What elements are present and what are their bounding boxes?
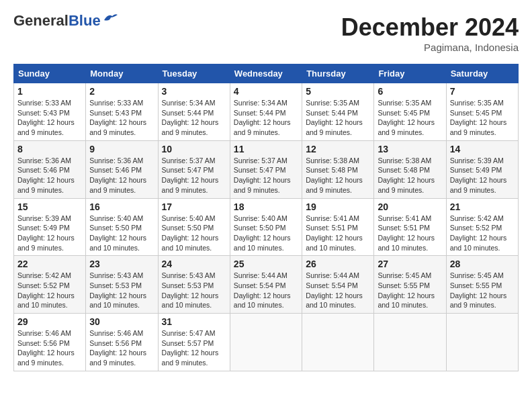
- day-number: 24: [162, 259, 226, 269]
- day-number: 26: [306, 259, 370, 269]
- day-info: Sunrise: 5:36 AMSunset: 5:46 PMDaylight:…: [17, 156, 82, 195]
- day-number: 25: [234, 259, 298, 269]
- day-info: Sunrise: 5:36 AMSunset: 5:46 PMDaylight:…: [89, 156, 154, 195]
- day-info: Sunrise: 5:43 AMSunset: 5:53 PMDaylight:…: [162, 271, 226, 310]
- calendar-cell: 6Sunrise: 5:35 AMSunset: 5:45 PMDaylight…: [374, 83, 446, 141]
- day-number: 18: [234, 201, 298, 212]
- calendar-cell: 19Sunrise: 5:41 AMSunset: 5:51 PMDayligh…: [302, 198, 374, 256]
- day-info: Sunrise: 5:33 AMSunset: 5:43 PMDaylight:…: [17, 98, 82, 138]
- day-number: 7: [450, 86, 515, 97]
- calendar-week-row: 15Sunrise: 5:39 AMSunset: 5:49 PMDayligh…: [14, 198, 519, 256]
- calendar-cell: 21Sunrise: 5:42 AMSunset: 5:52 PMDayligh…: [446, 198, 518, 256]
- day-number: 19: [306, 201, 370, 212]
- day-number: 1: [17, 86, 82, 97]
- day-header-thursday: Thursday: [302, 64, 374, 83]
- day-header-friday: Friday: [374, 64, 446, 83]
- day-info: Sunrise: 5:41 AMSunset: 5:51 PMDaylight:…: [306, 214, 370, 253]
- calendar-cell: 7Sunrise: 5:35 AMSunset: 5:45 PMDaylight…: [446, 83, 518, 141]
- day-number: 5: [306, 86, 370, 97]
- day-info: Sunrise: 5:47 AMSunset: 5:57 PMDaylight:…: [162, 328, 226, 368]
- day-number: 21: [450, 201, 515, 212]
- calendar-cell: 9Sunrise: 5:36 AMSunset: 5:46 PMDaylight…: [86, 140, 158, 198]
- calendar-cell: 18Sunrise: 5:40 AMSunset: 5:50 PMDayligh…: [230, 198, 302, 256]
- day-number: 6: [378, 86, 442, 97]
- calendar-cell: [230, 314, 302, 371]
- calendar-cell: 22Sunrise: 5:42 AMSunset: 5:52 PMDayligh…: [14, 256, 86, 314]
- calendar-cell: [374, 314, 446, 371]
- title-block: December 2024 Pagimana, Indonesia: [341, 13, 519, 53]
- day-info: Sunrise: 5:35 AMSunset: 5:45 PMDaylight:…: [378, 98, 442, 138]
- day-number: 11: [234, 144, 298, 154]
- logo: GeneralBlue: [13, 13, 118, 28]
- day-info: Sunrise: 5:35 AMSunset: 5:44 PMDaylight:…: [306, 98, 370, 138]
- day-info: Sunrise: 5:44 AMSunset: 5:54 PMDaylight:…: [306, 271, 370, 310]
- day-number: 17: [162, 201, 226, 212]
- day-number: 14: [450, 144, 515, 154]
- day-info: Sunrise: 5:40 AMSunset: 5:50 PMDaylight:…: [89, 214, 154, 253]
- calendar-cell: 13Sunrise: 5:38 AMSunset: 5:48 PMDayligh…: [374, 140, 446, 198]
- calendar-cell: 31Sunrise: 5:47 AMSunset: 5:57 PMDayligh…: [158, 314, 230, 371]
- calendar-body: 1Sunrise: 5:33 AMSunset: 5:43 PMDaylight…: [14, 83, 519, 371]
- day-info: Sunrise: 5:38 AMSunset: 5:48 PMDaylight:…: [306, 156, 370, 195]
- day-number: 2: [89, 86, 154, 97]
- calendar-cell: 3Sunrise: 5:34 AMSunset: 5:44 PMDaylight…: [158, 83, 230, 141]
- day-number: 27: [378, 259, 442, 269]
- day-info: Sunrise: 5:37 AMSunset: 5:47 PMDaylight:…: [162, 156, 226, 195]
- logo-text: GeneralBlue: [13, 13, 101, 28]
- calendar-cell: 2Sunrise: 5:33 AMSunset: 5:43 PMDaylight…: [86, 83, 158, 141]
- day-number: 9: [89, 144, 154, 154]
- calendar-cell: 4Sunrise: 5:34 AMSunset: 5:44 PMDaylight…: [230, 83, 302, 141]
- calendar-week-row: 22Sunrise: 5:42 AMSunset: 5:52 PMDayligh…: [14, 256, 519, 314]
- day-info: Sunrise: 5:42 AMSunset: 5:52 PMDaylight:…: [17, 271, 82, 310]
- calendar-week-row: 8Sunrise: 5:36 AMSunset: 5:46 PMDaylight…: [14, 140, 519, 198]
- calendar-table: SundayMondayTuesdayWednesdayThursdayFrid…: [13, 64, 519, 371]
- day-info: Sunrise: 5:44 AMSunset: 5:54 PMDaylight:…: [234, 271, 298, 310]
- calendar-cell: 1Sunrise: 5:33 AMSunset: 5:43 PMDaylight…: [14, 83, 86, 141]
- calendar-week-row: 29Sunrise: 5:46 AMSunset: 5:56 PMDayligh…: [14, 314, 519, 371]
- calendar-cell: 16Sunrise: 5:40 AMSunset: 5:50 PMDayligh…: [86, 198, 158, 256]
- calendar-cell: 10Sunrise: 5:37 AMSunset: 5:47 PMDayligh…: [158, 140, 230, 198]
- calendar-cell: 27Sunrise: 5:45 AMSunset: 5:55 PMDayligh…: [374, 256, 446, 314]
- day-info: Sunrise: 5:33 AMSunset: 5:43 PMDaylight:…: [89, 98, 154, 138]
- day-number: 23: [89, 259, 154, 269]
- day-number: 29: [17, 316, 82, 327]
- calendar-cell: 20Sunrise: 5:41 AMSunset: 5:51 PMDayligh…: [374, 198, 446, 256]
- day-header-monday: Monday: [86, 64, 158, 83]
- calendar-cell: 5Sunrise: 5:35 AMSunset: 5:44 PMDaylight…: [302, 83, 374, 141]
- day-info: Sunrise: 5:41 AMSunset: 5:51 PMDaylight:…: [378, 214, 442, 253]
- calendar-header-row: SundayMondayTuesdayWednesdayThursdayFrid…: [14, 64, 519, 83]
- calendar-cell: 12Sunrise: 5:38 AMSunset: 5:48 PMDayligh…: [302, 140, 374, 198]
- day-info: Sunrise: 5:37 AMSunset: 5:47 PMDaylight:…: [234, 156, 298, 195]
- calendar-cell: 23Sunrise: 5:43 AMSunset: 5:53 PMDayligh…: [86, 256, 158, 314]
- calendar-cell: 28Sunrise: 5:45 AMSunset: 5:55 PMDayligh…: [446, 256, 518, 314]
- day-info: Sunrise: 5:45 AMSunset: 5:55 PMDaylight:…: [450, 271, 515, 310]
- day-header-wednesday: Wednesday: [230, 64, 302, 83]
- logo-blue: Blue: [69, 12, 101, 29]
- day-number: 4: [234, 86, 298, 97]
- day-number: 12: [306, 144, 370, 154]
- day-number: 3: [162, 86, 226, 97]
- day-info: Sunrise: 5:46 AMSunset: 5:56 PMDaylight:…: [17, 328, 82, 368]
- calendar-cell: 11Sunrise: 5:37 AMSunset: 5:47 PMDayligh…: [230, 140, 302, 198]
- day-number: 28: [450, 259, 515, 269]
- day-number: 20: [378, 201, 442, 212]
- day-info: Sunrise: 5:35 AMSunset: 5:45 PMDaylight:…: [450, 98, 515, 138]
- day-header-tuesday: Tuesday: [158, 64, 230, 83]
- calendar-cell: [446, 314, 518, 371]
- location: Pagimana, Indonesia: [341, 42, 519, 53]
- calendar-cell: 30Sunrise: 5:46 AMSunset: 5:56 PMDayligh…: [86, 314, 158, 371]
- day-info: Sunrise: 5:38 AMSunset: 5:48 PMDaylight:…: [378, 156, 442, 195]
- day-info: Sunrise: 5:43 AMSunset: 5:53 PMDaylight:…: [89, 271, 154, 310]
- day-number: 10: [162, 144, 226, 154]
- day-info: Sunrise: 5:40 AMSunset: 5:50 PMDaylight:…: [162, 214, 226, 253]
- month-title: December 2024: [341, 13, 519, 42]
- calendar-cell: [302, 314, 374, 371]
- calendar-cell: 25Sunrise: 5:44 AMSunset: 5:54 PMDayligh…: [230, 256, 302, 314]
- day-info: Sunrise: 5:40 AMSunset: 5:50 PMDaylight:…: [234, 214, 298, 253]
- day-number: 16: [89, 201, 154, 212]
- day-info: Sunrise: 5:42 AMSunset: 5:52 PMDaylight:…: [450, 214, 515, 253]
- calendar-cell: 24Sunrise: 5:43 AMSunset: 5:53 PMDayligh…: [158, 256, 230, 314]
- day-info: Sunrise: 5:39 AMSunset: 5:49 PMDaylight:…: [17, 214, 82, 253]
- day-info: Sunrise: 5:45 AMSunset: 5:55 PMDaylight:…: [378, 271, 442, 310]
- day-header-sunday: Sunday: [14, 64, 86, 83]
